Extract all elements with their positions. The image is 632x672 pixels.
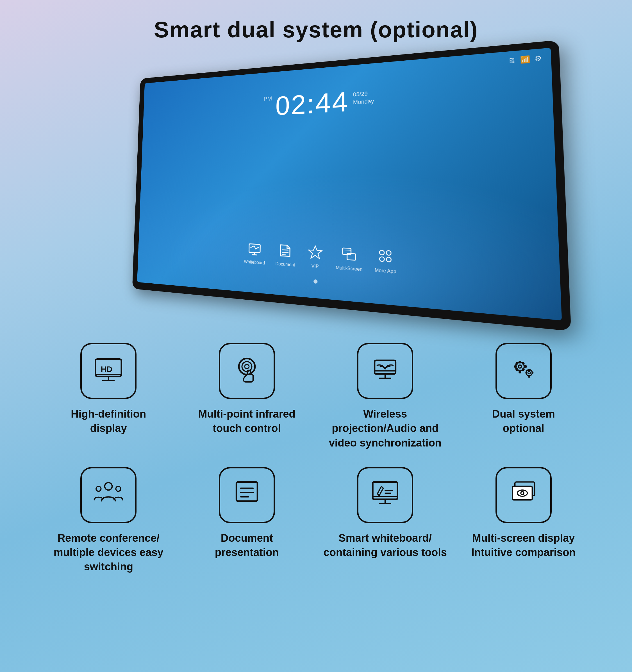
wireless-label: Wirelessprojection/Audio andvideo synchr… xyxy=(329,407,442,450)
svg-rect-50 xyxy=(236,482,257,501)
screen-status-icons: 🖥 📶 ⚙ xyxy=(508,54,542,65)
svg-point-47 xyxy=(105,482,112,490)
document-icon xyxy=(277,241,294,260)
dual-icon-box xyxy=(495,343,552,399)
tv-wrapper: 🖥 📶 ⚙ PM 02:44 05/29 Monday xyxy=(106,59,527,304)
wireless-icon xyxy=(370,354,401,388)
dual-icon xyxy=(508,354,539,388)
screen-wave xyxy=(137,153,562,320)
feature-hd: HD High-definitiondisplay xyxy=(45,343,172,450)
smartwb-icon-box xyxy=(357,467,413,523)
moreapp-icon xyxy=(375,246,396,266)
vip-label: VIP xyxy=(311,263,319,269)
svg-line-4 xyxy=(251,246,254,248)
hd-label: High-definitiondisplay xyxy=(71,407,146,436)
svg-rect-43 xyxy=(528,369,530,371)
hd-icon-box: HD xyxy=(80,343,137,399)
feature-conference: Remote conference/multiple devices easys… xyxy=(45,467,172,574)
svg-point-42 xyxy=(528,371,530,374)
svg-rect-62 xyxy=(512,486,532,500)
settings-icon: ⚙ xyxy=(534,54,542,63)
svg-text:HD: HD xyxy=(101,365,112,374)
feature-docpresent: Documentpresentation xyxy=(183,467,311,574)
svg-line-9 xyxy=(282,255,286,255)
svg-rect-46 xyxy=(532,372,533,374)
conference-icon-box xyxy=(80,467,137,523)
svg-line-8 xyxy=(282,252,288,253)
wifi-icon: 📶 xyxy=(520,55,530,64)
svg-point-25 xyxy=(245,364,249,369)
docpresent-icon xyxy=(231,478,262,512)
svg-rect-36 xyxy=(524,365,527,368)
screen-date: 05/29 Monday xyxy=(353,89,374,106)
feature-wireless: Wirelessprojection/Audio andvideo synchr… xyxy=(322,343,449,450)
multiscreen-icon-box xyxy=(495,467,552,523)
svg-line-6 xyxy=(256,247,258,249)
touch-icon xyxy=(231,354,262,388)
svg-point-16 xyxy=(379,257,384,261)
svg-rect-45 xyxy=(525,372,527,374)
svg-line-58 xyxy=(377,494,379,496)
docpresent-label: Documentpresentation xyxy=(215,531,279,560)
conference-label: Remote conference/multiple devices easys… xyxy=(54,531,163,574)
screen-time-area: PM 02:44 05/29 Monday xyxy=(263,86,374,120)
app-whiteboard: Whiteboard xyxy=(244,240,265,265)
svg-point-17 xyxy=(386,257,391,262)
svg-line-3 xyxy=(252,255,257,255)
feature-multiscreen: Multi-screen displayIntuitive comparison xyxy=(460,467,587,574)
screen-dot xyxy=(313,280,318,284)
docpresent-icon-box xyxy=(219,467,275,523)
whiteboard-icon xyxy=(246,240,263,258)
svg-line-5 xyxy=(254,246,256,249)
svg-rect-35 xyxy=(514,365,517,368)
svg-point-14 xyxy=(379,250,384,255)
conference-icon xyxy=(93,478,124,512)
app-vip: VIP xyxy=(306,243,324,270)
feature-dual: Dual systemoptional xyxy=(460,343,587,450)
features-grid: HD High-definitiondisplay xyxy=(45,343,587,574)
svg-point-30 xyxy=(384,367,386,369)
screen-pm: PM xyxy=(263,95,272,102)
touch-icon-box xyxy=(219,343,275,399)
svg-rect-0 xyxy=(249,244,260,253)
app-document: Document xyxy=(275,241,295,268)
feature-smartwb: Smart whiteboard/containing various tool… xyxy=(322,467,449,574)
svg-rect-33 xyxy=(518,361,521,363)
app-moreapp: More App xyxy=(374,246,396,274)
hd-icon: HD xyxy=(93,354,124,388)
tv-outer: 🖥 📶 ⚙ PM 02:44 05/29 Monday xyxy=(132,40,571,331)
smartwb-icon xyxy=(370,478,401,512)
screen-clock: 02:44 xyxy=(275,88,349,119)
touch-label: Multi-point infraredtouch control xyxy=(198,407,296,436)
features-section: HD High-definitiondisplay xyxy=(0,326,632,597)
dual-label: Dual systemoptional xyxy=(492,407,555,436)
svg-point-49 xyxy=(116,486,121,491)
svg-marker-10 xyxy=(308,246,322,259)
svg-line-13 xyxy=(343,250,351,250)
svg-rect-26 xyxy=(375,360,396,374)
feature-touch: Multi-point infraredtouch control xyxy=(183,343,311,450)
multiscreen-icon xyxy=(508,478,539,512)
svg-rect-44 xyxy=(528,376,530,378)
smartwb-label: Smart whiteboard/containing various tool… xyxy=(324,531,447,560)
svg-point-32 xyxy=(518,365,521,368)
svg-point-48 xyxy=(96,486,101,491)
svg-line-7 xyxy=(282,250,288,250)
wireless-icon-box xyxy=(357,343,413,399)
monitor-icon: 🖥 xyxy=(508,56,516,65)
tv-mockup: 🖥 📶 ⚙ PM 02:44 05/29 Monday xyxy=(0,54,632,326)
multiscreen-app-icon xyxy=(340,244,359,264)
multiscreen-label: Multi-screen displayIntuitive comparison xyxy=(471,531,576,560)
vip-icon xyxy=(306,243,324,262)
tv-screen: 🖥 📶 ⚙ PM 02:44 05/29 Monday xyxy=(137,48,562,320)
svg-point-15 xyxy=(386,250,391,255)
app-multiscreen: Multi-Screen xyxy=(336,244,362,272)
svg-rect-34 xyxy=(518,371,521,374)
